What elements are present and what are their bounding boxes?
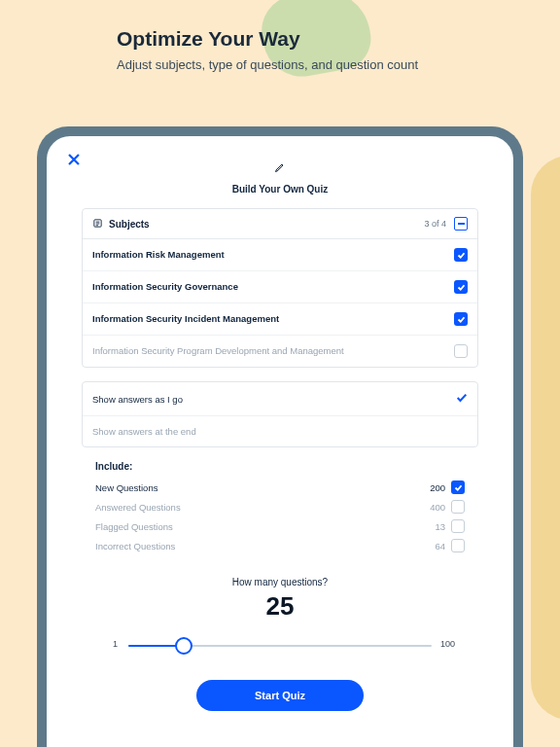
collapse-button[interactable] — [454, 217, 468, 231]
subjects-card: Subjects 3 of 4 Information Risk Managem… — [82, 208, 478, 368]
hero-subtitle: Adjust subjects, type of questions, and … — [117, 56, 428, 74]
check-icon — [456, 392, 468, 406]
include-label: New Questions — [95, 482, 412, 493]
include-row[interactable]: Flagged Questions 13 — [95, 516, 465, 536]
start-quiz-button[interactable]: Start Quiz — [196, 680, 364, 711]
check-icon — [457, 283, 466, 292]
answer-mode-option[interactable]: Show answers at the end — [83, 416, 477, 446]
subject-row[interactable]: Information Security Incident Management — [83, 303, 477, 336]
subject-row[interactable]: Information Risk Management — [83, 239, 477, 271]
slider-max: 100 — [440, 639, 455, 649]
include-label: Answered Questions — [95, 502, 412, 513]
list-icon — [92, 218, 103, 231]
subjects-header[interactable]: Subjects 3 of 4 — [83, 209, 477, 239]
device-frame: Build Your Own Quiz Subjects 3 of 4 Info… — [37, 126, 523, 747]
answer-mode-option[interactable]: Show answers as I go — [83, 382, 477, 416]
include-count: 64 — [412, 541, 445, 551]
include-row[interactable]: New Questions 200 — [95, 478, 465, 497]
close-button[interactable] — [62, 148, 86, 171]
checkbox-unchecked[interactable] — [451, 539, 465, 552]
modal-header: Build Your Own Quiz — [82, 160, 478, 196]
slider-knob[interactable] — [175, 637, 192, 655]
screen: Build Your Own Quiz Subjects 3 of 4 Info… — [47, 136, 513, 747]
checkbox-unchecked[interactable] — [454, 344, 468, 358]
include-count: 400 — [412, 502, 445, 513]
modal-title: Build Your Own Quiz — [232, 184, 329, 195]
checkbox-checked[interactable] — [454, 248, 468, 262]
subject-label: Information Security Incident Management — [92, 313, 446, 325]
checkbox-checked[interactable] — [454, 312, 468, 326]
subjects-count: 3 of 4 — [424, 219, 446, 229]
question-count-slider[interactable]: 1 100 — [113, 633, 447, 660]
include-count: 200 — [412, 482, 445, 493]
minus-icon — [458, 223, 465, 225]
checkbox-unchecked[interactable] — [451, 500, 465, 514]
check-icon — [457, 251, 466, 260]
subject-label: Information Security Program Development… — [92, 345, 446, 357]
decorative-blob — [531, 156, 560, 720]
start-quiz-label: Start Quiz — [255, 690, 305, 701]
include-section: Include: New Questions 200 Answered Ques… — [95, 461, 465, 555]
include-label: Incorrect Questions — [95, 541, 412, 551]
checkbox-checked[interactable] — [451, 480, 465, 494]
hero-title: Optimize Your Way — [117, 27, 428, 51]
question-count-prompt: How many questions? — [82, 577, 478, 587]
checkbox-checked[interactable] — [454, 280, 468, 294]
include-heading: Include: — [95, 461, 465, 472]
subject-label: Information Risk Management — [92, 249, 446, 261]
subject-label: Information Security Governance — [92, 281, 446, 293]
close-icon — [66, 152, 82, 167]
subjects-heading: Subjects — [109, 219, 424, 230]
answer-mode-label: Show answers as I go — [92, 394, 456, 405]
question-count-value: 25 — [82, 591, 478, 622]
answer-mode-card: Show answers as I go Show answers at the… — [82, 381, 478, 447]
question-count-section: How many questions? 25 — [82, 577, 478, 622]
slider-min: 1 — [113, 639, 118, 649]
answer-mode-label: Show answers at the end — [92, 426, 468, 437]
hero-section: Optimize Your Way Adjust subjects, type … — [117, 27, 428, 74]
include-count: 13 — [412, 521, 445, 532]
pencil-icon — [274, 160, 286, 177]
include-row[interactable]: Incorrect Questions 64 — [95, 536, 465, 555]
include-row[interactable]: Answered Questions 400 — [95, 497, 465, 516]
include-label: Flagged Questions — [95, 521, 412, 532]
check-icon — [454, 483, 463, 492]
check-icon — [457, 315, 466, 324]
checkbox-unchecked[interactable] — [451, 519, 465, 533]
subject-row[interactable]: Information Security Program Development… — [83, 336, 477, 367]
subject-row[interactable]: Information Security Governance — [83, 271, 477, 303]
